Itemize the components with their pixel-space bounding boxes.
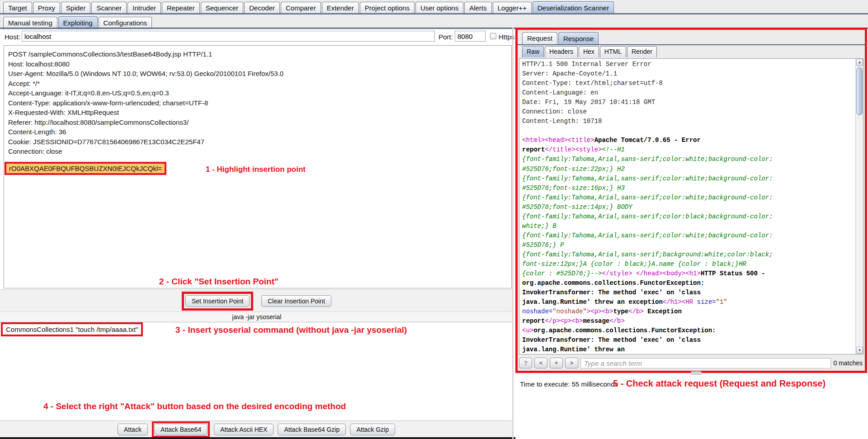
view-tab-html[interactable]: HTML [600, 46, 626, 57]
host-label: Host: [5, 33, 20, 41]
main-tab-sequencer[interactable]: Sequencer [201, 2, 244, 14]
main-tab-scanner[interactable]: Scanner [91, 2, 127, 14]
scroll-down-icon[interactable]: ▼ [856, 347, 863, 354]
response-line: report</title><style><!--H1 [522, 145, 773, 155]
response-line: <u>org.apache.commons.collections.Functo… [522, 326, 773, 335]
main-tab-proxy[interactable]: Proxy [33, 2, 60, 14]
response-line: Server: Apache-Coyote/1.1 [522, 69, 773, 79]
attack-button-attack[interactable]: Attack [118, 424, 148, 435]
main-tab-user-options[interactable]: User options [415, 2, 463, 14]
response-line: InvokerTransformer: The method 'exec' on… [522, 288, 773, 297]
message-tab-request[interactable]: Request [522, 32, 557, 45]
response-line: {font-family:Tahoma,Arial,sans-serif;col… [522, 174, 773, 184]
request-line: Host: localhost:8080 [8, 59, 509, 69]
message-tab-bar: RequestResponse [522, 32, 599, 45]
view-tab-bar: RawHeadersHexHTMLRender [522, 46, 657, 57]
request-line: Referer: http://localhost:8080/sampleCom… [8, 118, 509, 127]
response-line: {font-family:Tahoma,Arial,sans-serif;col… [522, 193, 773, 203]
clear-insertion-point-button[interactable]: Clear Insertion Point [261, 295, 331, 307]
request-line: Content-Type: application/x-www-form-url… [8, 98, 509, 108]
panel-divider[interactable] [512, 27, 514, 439]
main-tab-target[interactable]: Target [3, 2, 32, 14]
response-lines: HTTP/1.1 500 Internal Server ErrorServer… [522, 60, 773, 354]
burp-deserialization-scanner-window: TargetProxySpiderScannerIntruderRepeater… [0, 0, 868, 439]
search-add-button[interactable]: + [550, 358, 563, 368]
annotation-step2: 2 - Click "Set Insertion Point" [159, 277, 278, 287]
search-help-button[interactable]: ? [519, 358, 532, 368]
main-tab-comparer[interactable]: Comparer [281, 2, 321, 14]
search-matches: 0 matches [833, 359, 863, 367]
view-tab-render[interactable]: Render [627, 46, 657, 57]
response-line: noshade="noshade"><p><b>type</b> Excepti… [522, 307, 773, 316]
response-line: org.apache.commons.collections.FunctorEx… [522, 279, 773, 288]
attack-button-highlight-box: Attack Base64 [152, 421, 210, 438]
scroll-up-icon[interactable]: ▲ [856, 59, 863, 66]
response-line: java.lang.Runtime' threw an [522, 345, 773, 354]
https-checkbox[interactable] [490, 33, 496, 39]
set-insertion-point-button[interactable]: Set Insertion Point [185, 295, 250, 307]
highlighted-payload[interactable]: rO0ABXQAE0FBQUFBQSBUZXN0IEJCQkJCQkl= [5, 162, 166, 175]
attack-button-attack-base64[interactable]: Attack Base64 [154, 424, 208, 435]
main-tab-alerts[interactable]: Alerts [464, 2, 491, 14]
attack-buttons-row: AttackAttack Base64Attack Ascii HEXAttac… [118, 421, 395, 438]
attack-button-attack-base64-gzip[interactable]: Attack Base64 Gzip [278, 424, 346, 435]
host-input[interactable] [22, 31, 435, 42]
main-tab-extender[interactable]: Extender [322, 2, 359, 14]
response-line: Content-Type: text/html;charset=utf-8 [522, 79, 773, 88]
scroll-thumb[interactable] [856, 67, 863, 115]
response-raw-view[interactable]: HTTP/1.1 500 Internal Server ErrorServer… [519, 58, 863, 354]
request-line: X-Requested-With: XMLHttpRequest [8, 108, 509, 118]
attack-button-attack-ascii-hex[interactable]: Attack Ascii HEX [214, 424, 274, 435]
port-input[interactable] [455, 31, 486, 42]
main-tab-project-options[interactable]: Project options [360, 2, 415, 14]
view-tab-raw[interactable]: Raw [522, 46, 544, 57]
response-line: {font-family:Tahoma,Arial,sans-serif;col… [522, 155, 773, 164]
response-line: HTTP/1.1 500 Internal Server Error [522, 60, 773, 69]
resize-grip[interactable] [691, 371, 702, 375]
request-line: User-Agent: Mozilla/5.0 (Windows NT 10.0… [8, 69, 509, 79]
request-line: POST /sampleCommonsCollections3/testBase… [8, 49, 509, 59]
search-input[interactable] [580, 358, 831, 368]
annotation-step5: 5 - Check attack request (Request and Re… [613, 378, 826, 389]
main-tab-repeater[interactable]: Repeater [162, 2, 200, 14]
request-lines: POST /sampleCommonsCollections3/testBase… [8, 49, 509, 156]
main-tab-intruder[interactable]: Intruder [127, 2, 161, 14]
search-next-button[interactable]: > [565, 358, 578, 368]
main-tab-logger[interactable]: Logger++ [493, 2, 532, 14]
request-line: Accept-Language: it-IT,it;q=0.8,en-US;q=… [8, 88, 509, 98]
request-line: Connection: close [8, 146, 509, 156]
annotation-step4: 4 - Select the right "Attack" button bas… [43, 401, 346, 411]
request-line: Accept: */* [8, 79, 509, 89]
response-line: {font-family:Tahoma,Arial,sans-serif;bac… [522, 250, 773, 260]
view-tab-hex[interactable]: Hex [579, 46, 599, 57]
attack-button-attack-gzip[interactable]: Attack Gzip [350, 424, 395, 435]
request-line: Cookie: JSESSIONID=D7767C81564069867E13C… [8, 137, 509, 147]
response-line: InvokerTransformer: The method 'exec' on… [522, 335, 773, 345]
response-scrollbar[interactable]: ▲ ▼ [855, 59, 863, 354]
view-tab-headers[interactable]: Headers [545, 46, 578, 57]
response-line: #525D76;font-size:22px;} H2 [522, 165, 773, 174]
main-tab-spider[interactable]: Spider [61, 2, 90, 14]
main-tab-decoder[interactable]: Decoder [244, 2, 280, 14]
response-line: {font-family:Tahoma,Arial,sans-serif;col… [522, 212, 773, 222]
response-line: report</p><p><b>message</b> [522, 316, 773, 326]
ysoserial-command[interactable]: CommonsCollections1 "touch /tmp/aaaa.txt… [1, 322, 143, 336]
main-tab-bar: TargetProxySpiderScannerIntruderRepeater… [3, 1, 614, 14]
response-line: font-size:12px;}A {color : black;}A.name… [522, 260, 773, 269]
response-line: #525D76;font-size:14px;} BODY [522, 203, 773, 212]
search-bar: ? < + > 0 matches [519, 356, 863, 370]
port-label: Port: [439, 33, 453, 41]
main-tab-underline [0, 13, 868, 14]
response-line: white;} B [522, 222, 773, 231]
request-line: Content-Length: 36 [8, 127, 509, 137]
annotation-step3: 3 - Insert ysoserial command (without ja… [175, 325, 407, 335]
response-line: {font-family:Tahoma,Arial,sans-serif;col… [522, 231, 773, 241]
response-line: java.lang.Runtime' threw an exception</h… [522, 297, 773, 307]
response-line: #525D76;} P [522, 241, 773, 250]
message-tab-underline [518, 44, 865, 45]
message-tab-response[interactable]: Response [558, 32, 599, 45]
insertion-point-strip [0, 289, 514, 312]
main-tab-deserialization-scanner[interactable]: Deserialization Scanner [533, 1, 614, 14]
response-line [522, 126, 773, 136]
search-prev-button[interactable]: < [534, 358, 547, 368]
